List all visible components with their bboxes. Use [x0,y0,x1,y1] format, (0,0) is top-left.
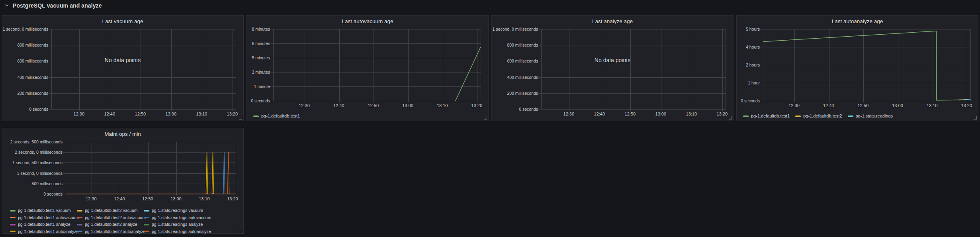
legend-item[interactable]: pg-1.stats.readings autoanalyze [144,229,241,234]
plot-area[interactable] [763,29,971,101]
panel-last-autoanalyze-age: Last autoanalyze age 5 hours4 hours2 hou… [736,15,978,121]
legend-item[interactable]: pg-1.defaultdb.test2 analyze [77,222,144,227]
y-tick-label: 5 minutes [252,55,270,60]
legend-series-color-icon [77,224,82,225]
legend-item[interactable]: pg-1.defaultdb.test1 [253,114,300,119]
y-tick-label: 8 minutes [252,27,270,31]
panel-title[interactable]: Last analyze age [492,18,733,24]
legend: pg-1.defaultdb.test1 [253,114,486,119]
panel-resize-handle[interactable] [484,116,487,119]
y-tick-label: 2 seconds, 500 milliseconds [10,139,63,144]
row-title[interactable]: PostgreSQL vacuum and analyze [13,2,102,9]
panel-title[interactable]: Last autoanalyze age [737,18,978,24]
x-tick-label: 13:10 [190,112,213,116]
legend-series-color-icon [743,116,749,117]
panel-resize-handle[interactable] [239,229,242,232]
y-tick-label: 2 seconds, 0 milliseconds [15,150,63,155]
x-tick-label: 12:40 [587,112,611,116]
y-tick-label: 400 milliseconds [17,75,48,80]
dashboard-row-header: PostgreSQL vacuum and analyze [0,0,102,11]
y-tick-label: 4 hours [746,45,760,49]
chevron-down-icon[interactable] [4,3,10,8]
y-tick-label: 6 minutes [252,41,270,46]
y-tick-label: 1 minute [254,84,270,89]
x-axis-labels: 12:3012:4012:5013:0013:1013:20 [66,196,236,202]
chart-canvas [763,29,970,101]
panel-resize-handle[interactable] [974,116,977,119]
x-tick-label: 13:00 [649,112,673,116]
panel-title[interactable]: Last vacuum age [2,18,243,24]
x-tick-label: 13:20 [221,196,245,201]
legend-item[interactable]: pg-1.defaultdb.test2 autoanalyze [77,229,144,234]
legend-series-color-icon [795,116,801,117]
panel-title[interactable]: Maint ops / min [2,131,243,137]
legend-item[interactable]: pg-1.stats.readings [848,114,893,119]
x-tick-label: 13:10 [430,103,454,108]
x-tick-label: 12:40 [817,103,841,108]
panel-maint-ops-per-min: Maint ops / min 2 seconds, 500 milliseco… [2,128,244,234]
plot-area[interactable] [66,142,236,194]
panel-last-autovacuum-age: Last autovacuum age 8 minutes6 minutes5 … [246,15,489,121]
x-tick-label: 12:30 [79,196,103,201]
plot-area[interactable] [51,29,236,109]
x-tick-label: 12:50 [128,112,152,116]
x-axis-labels: 12:3012:4012:5013:0013:1013:20 [273,103,481,109]
panel-last-analyze-age: Last analyze age 1 second, 0 millisecond… [491,15,734,121]
panel-resize-handle[interactable] [239,116,242,119]
x-tick-label: 12:50 [136,196,160,201]
y-tick-label: 800 milliseconds [507,43,538,47]
legend-series-color-icon [10,217,16,218]
x-tick-label: 12:50 [361,103,385,108]
panel-resize-handle[interactable] [729,116,732,119]
x-tick-label: 13:00 [886,103,910,108]
chart-canvas [542,29,726,109]
legend-series-color-icon [848,116,853,117]
y-tick-label: 1 second, 0 milliseconds [3,27,48,31]
plot-area[interactable] [541,29,726,109]
legend-series-color-icon [144,217,149,218]
x-tick-label: 13:10 [192,196,216,201]
legend-series-label: pg-1.defaultdb.test1 [261,114,300,119]
legend-series-label: pg-1.stats.readings autovacuum [152,215,211,220]
x-tick-label: 13:00 [396,103,420,108]
y-tick-label: 5 hours [746,27,760,31]
legend-series-label: pg-1.stats.readings analyze [152,222,203,227]
x-tick-label: 13:00 [164,196,188,201]
y-tick-label: 200 milliseconds [507,91,538,96]
legend-series-label: pg-1.stats.readings vacuum [152,208,203,213]
x-tick-label: 13:10 [920,103,944,108]
legend-series-color-icon [10,231,16,232]
legend: pg-1.defaultdb.test1 vacuumpg-1.defaultd… [10,207,241,235]
series-line [66,152,236,194]
y-tick-label: 1 second, 0 milliseconds [493,27,538,31]
legend-series-color-icon [144,231,149,232]
y-axis-labels: 2 seconds, 500 milliseconds2 seconds, 0 … [2,142,63,194]
y-tick-label: 0 seconds [519,107,538,112]
x-tick-label: 12:30 [557,112,581,116]
legend-item[interactable]: pg-1.defaultdb.test1 analyze [10,222,77,227]
no-data-message: No data points [2,57,243,63]
x-tick-label: 12:50 [851,103,875,108]
legend-series-label: pg-1.defaultdb.test2 autovacuum [85,215,146,220]
legend-series-label: pg-1.stats.readings [856,114,893,119]
x-axis-labels: 12:3012:4012:5013:0013:1013:20 [541,112,726,117]
legend-item[interactable]: pg-1.defaultdb.test1 autovacuum [10,215,77,220]
legend-item[interactable]: pg-1.stats.readings analyze [144,222,241,227]
legend-item[interactable]: pg-1.stats.readings autovacuum [144,215,241,220]
series-line [66,152,236,194]
legend-item[interactable]: pg-1.defaultdb.test2 [795,114,842,119]
legend-item[interactable]: pg-1.defaultdb.test1 vacuum [10,208,77,213]
chevron-down-glyph [4,3,9,8]
legend-item[interactable]: pg-1.defaultdb.test1 [743,114,790,119]
x-tick-label: 13:20 [465,103,489,108]
panel-title[interactable]: Last autovacuum age [247,18,488,24]
legend-series-color-icon [77,210,82,212]
legend-item[interactable]: pg-1.stats.readings vacuum [144,208,241,213]
legend-item[interactable]: pg-1.defaultdb.test2 vacuum [77,208,144,213]
legend-series-label: pg-1.defaultdb.test2 [803,114,842,119]
legend-series-color-icon [10,224,16,225]
no-data-message: No data points [492,57,733,63]
plot-area[interactable] [273,29,481,101]
legend-item[interactable]: pg-1.defaultdb.test2 autovacuum [77,215,144,220]
legend-item[interactable]: pg-1.defaultdb.test1 autoanalyze [10,229,77,234]
